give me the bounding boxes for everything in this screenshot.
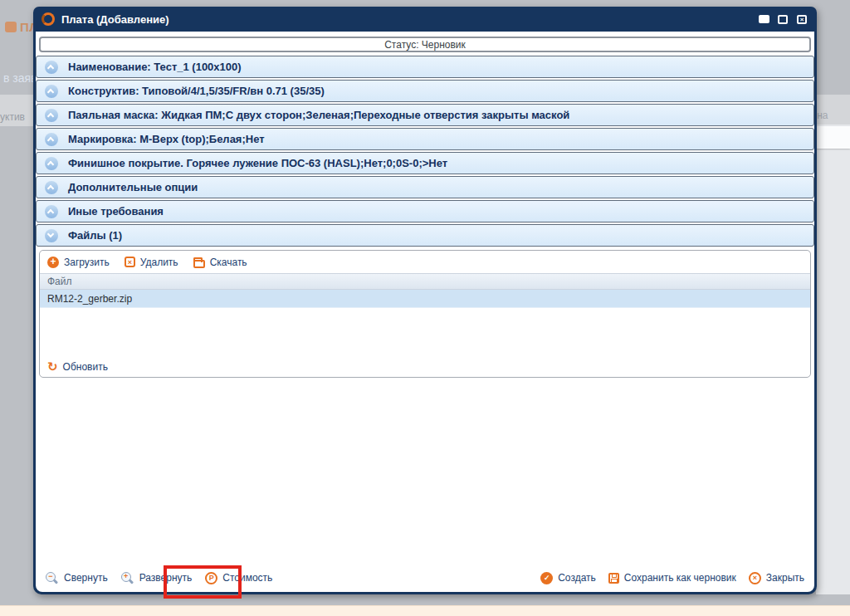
files-toolbar: Загрузить Удалить Скачать	[40, 251, 810, 273]
files-panel: Загрузить Удалить Скачать Файл RM12-2_g	[39, 250, 811, 378]
upload-button[interactable]: Загрузить	[47, 257, 110, 268]
files-column-header: Файл	[40, 273, 810, 290]
background-right-column	[816, 125, 850, 594]
dialog-logo-icon	[42, 12, 55, 26]
upload-button-label: Загрузить	[64, 257, 110, 268]
dialog-footer: Свернуть Развернуть Стоимость Создать	[46, 570, 804, 586]
page-footer-strip	[0, 605, 850, 616]
dialog-title: Плата (Добавление)	[61, 13, 169, 26]
maximize-button[interactable]	[776, 13, 789, 25]
delete-icon	[125, 257, 135, 267]
magnifier-plus-icon	[121, 572, 134, 584]
check-circle-icon	[540, 572, 553, 584]
chevron-up-icon[interactable]	[45, 109, 58, 122]
file-row[interactable]: RM12-2_gerber.zip	[40, 290, 810, 308]
plus-circle-icon	[47, 257, 59, 268]
chevron-up-icon[interactable]	[45, 61, 58, 74]
create-button-label: Создать	[558, 572, 596, 584]
status-text: Статус: Черновик	[384, 39, 466, 51]
magnifier-minus-icon	[46, 572, 59, 584]
floppy-disk-icon	[608, 573, 619, 584]
section-header-additional-options[interactable]: Дополнительные опции	[36, 176, 814, 198]
chevron-up-icon[interactable]	[45, 133, 58, 146]
dialog-titlebar: Плата (Добавление)	[36, 7, 814, 32]
section-header-other-requirements[interactable]: Иные требования	[36, 200, 814, 222]
footer-right-buttons: Создать Сохранить как черновик Закрыть	[540, 572, 804, 584]
chevron-up-icon[interactable]	[45, 157, 58, 170]
file-name: RM12-2_gerber.zip	[47, 293, 132, 305]
refresh-button-label: Обновить	[63, 361, 108, 373]
section-header-finish-coating[interactable]: Финишное покрытие. Горячее лужение ПОС-6…	[36, 152, 814, 174]
section-label: Финишное покрытие. Горячее лужение ПОС-6…	[68, 157, 447, 169]
delete-button[interactable]: Удалить	[125, 257, 178, 268]
minimize-button[interactable]	[757, 13, 770, 25]
close-button[interactable]	[795, 13, 808, 25]
section-header-constructive[interactable]: Конструктив: Типовой/4/1,5/35/FR/вн 0.71…	[36, 80, 814, 102]
close-dialog-button[interactable]: Закрыть	[749, 572, 804, 584]
section-label: Файлы (1)	[68, 229, 122, 242]
section-header-marking[interactable]: Маркировка: М-Верх (top);Белая;Нет	[36, 128, 814, 150]
window-controls	[757, 13, 808, 25]
minimize-icon	[759, 15, 769, 23]
status-bar: Статус: Черновик	[39, 37, 811, 52]
files-column-header-label: Файл	[47, 276, 72, 287]
download-button[interactable]: Скачать	[193, 257, 247, 268]
section-label: Наименование: Тест_1 (100x100)	[68, 61, 242, 73]
chevron-up-icon[interactable]	[45, 85, 58, 98]
collapse-all-button[interactable]: Свернуть	[46, 572, 108, 584]
app-logo-icon	[5, 22, 17, 32]
x-circle-icon	[749, 572, 761, 584]
page: ПЛА в заяв уктив я цена Плата (Добавлени…	[0, 0, 850, 616]
background-text-fragment: уктив	[0, 111, 25, 123]
chevron-down-icon[interactable]	[45, 229, 58, 242]
section-label: Иные требования	[68, 205, 164, 218]
background-text-fragment: в заяв	[3, 71, 37, 85]
section-label: Дополнительные опции	[68, 181, 198, 193]
refresh-icon	[47, 362, 58, 373]
maximize-icon	[778, 15, 788, 24]
section-header-files[interactable]: Файлы (1)	[36, 224, 814, 247]
board-add-dialog: Плата (Добавление) Статус: Черновик Наим…	[33, 7, 817, 594]
refresh-button[interactable]: Обновить	[47, 361, 108, 373]
section-label: Маркировка: М-Верх (top);Белая;Нет	[68, 133, 265, 145]
background-input-fragment	[814, 126, 850, 149]
dialog-content: Статус: Черновик Наименование: Тест_1 (1…	[36, 32, 814, 592]
download-button-label: Скачать	[210, 257, 247, 268]
section-header-solder-mask[interactable]: Паяльная маска: Жидкая ПМ;С двух сторон;…	[36, 104, 814, 126]
chevron-up-icon[interactable]	[45, 181, 58, 194]
delete-button-label: Удалить	[140, 257, 178, 268]
folder-icon	[193, 260, 205, 268]
create-button[interactable]: Создать	[540, 572, 596, 584]
section-label: Конструктив: Типовой/4/1,5/35/FR/вн 0.71…	[68, 85, 325, 97]
save-draft-button[interactable]: Сохранить как черновик	[608, 572, 736, 584]
annotation-highlight-box	[164, 565, 242, 599]
save-draft-label: Сохранить как черновик	[624, 572, 736, 584]
collapse-all-label: Свернуть	[64, 572, 108, 584]
close-dialog-label: Закрыть	[766, 572, 804, 584]
close-icon	[797, 15, 807, 24]
chevron-up-icon[interactable]	[45, 205, 58, 218]
section-label: Паяльная маска: Жидкая ПМ;С двух сторон;…	[68, 109, 569, 121]
section-header-name[interactable]: Наименование: Тест_1 (100x100)	[36, 56, 814, 78]
